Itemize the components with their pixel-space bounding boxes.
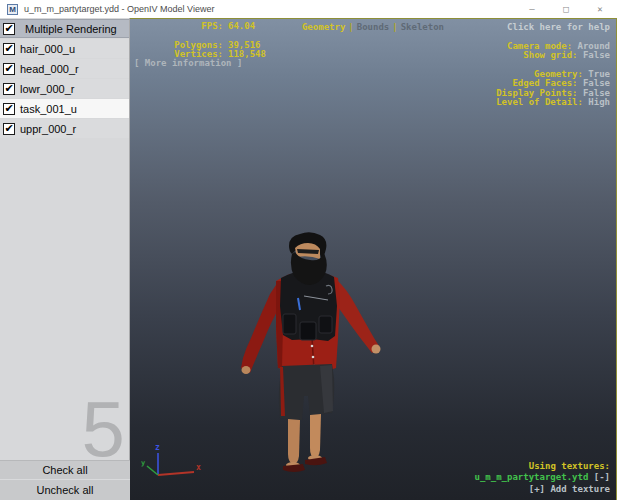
- close-button[interactable]: ✕: [583, 0, 617, 18]
- model-left-hand: [242, 366, 251, 374]
- checkbox-checked-icon[interactable]: ✔: [3, 103, 15, 115]
- display-points-value: False: [583, 88, 610, 98]
- page-number-watermark: 5: [82, 399, 125, 460]
- model-left-leg: [288, 419, 300, 464]
- titlebar: M u_m_m_partytarget.ydd - OpenIV Model V…: [0, 0, 617, 18]
- using-textures-heading: Using textures:: [475, 461, 610, 473]
- show-grid-value: False: [583, 50, 610, 60]
- list-item-label: lowr_000_r: [15, 83, 74, 95]
- app-icon: M: [7, 4, 18, 15]
- axis-gizmo: z x y: [138, 440, 204, 484]
- level-of-detail-label: Level of Detail:: [496, 97, 583, 107]
- minimize-button[interactable]: –: [515, 0, 549, 18]
- checkbox-checked-icon[interactable]: ✔: [3, 63, 15, 75]
- camera-mode-value: Around: [577, 41, 610, 51]
- y-axis-line: [147, 466, 158, 475]
- model-parts-list: ✔ Multiple Rendering ✔ hair_000_u ✔ head…: [0, 18, 129, 138]
- list-item-label: head_000_r: [15, 63, 79, 75]
- x-axis-line: [158, 472, 194, 475]
- model-vest-pouch: [319, 316, 332, 333]
- checkbox-checked-icon[interactable]: ✔: [3, 23, 15, 35]
- z-axis-label: z: [155, 443, 160, 452]
- list-item-task[interactable]: ✔ task_001_u: [0, 99, 129, 118]
- edged-faces-label: Edged Faces:: [512, 78, 577, 88]
- help-link[interactable]: Click here for help: [496, 23, 610, 33]
- list-item-label: task_001_u: [15, 103, 77, 115]
- model-right-leg: [310, 414, 321, 458]
- list-item-head[interactable]: ✔ head_000_r: [0, 59, 129, 78]
- y-axis-label: y: [141, 459, 146, 467]
- model-button: [311, 345, 314, 348]
- textures-panel: Using textures: u_m_m_partytarget.ytd [-…: [475, 461, 610, 496]
- remove-texture-button[interactable]: [-]: [594, 472, 610, 482]
- show-grid-label: Show grid:: [523, 50, 577, 60]
- tab-geometry[interactable]: Geometry: [302, 22, 345, 32]
- model-vest-pouch: [283, 314, 296, 334]
- openiv-model-viewer-window: M u_m_m_partytarget.ydd - OpenIV Model V…: [0, 0, 617, 500]
- model-right-arm: [333, 279, 379, 353]
- tab-separator: |: [389, 22, 400, 32]
- check-all-button[interactable]: Check all: [0, 460, 130, 480]
- window-controls: – □ ✕: [515, 0, 617, 18]
- list-item-label: hair_000_u: [15, 43, 75, 55]
- texture-file-link[interactable]: u_m_m_partytarget.ytd: [475, 472, 589, 482]
- more-information-link[interactable]: [ More information ]: [134, 59, 242, 69]
- model-viewport[interactable]: FPS: 64.04 Polygons: 39,516 Vertices: 11…: [130, 18, 617, 500]
- settings-panel: Click here for help Camera mode: Around …: [496, 23, 610, 108]
- list-item-label: uppr_000_r: [15, 123, 76, 135]
- uncheck-all-button[interactable]: Uncheck all: [0, 480, 130, 500]
- model-parts-sidebar: ✔ Multiple Rendering ✔ hair_000_u ✔ head…: [0, 18, 130, 500]
- list-item-lowr[interactable]: ✔ lowr_000_r: [0, 79, 129, 98]
- maximize-button[interactable]: □: [549, 0, 583, 18]
- list-item-label: Multiple Rendering: [15, 23, 117, 35]
- tab-separator: |: [345, 22, 356, 32]
- model-button: [312, 356, 315, 359]
- checkbox-checked-icon[interactable]: ✔: [3, 43, 15, 55]
- geometry-label: Geometry:: [534, 69, 583, 79]
- edged-faces-value: False: [583, 78, 610, 88]
- model-left-arm: [241, 282, 280, 373]
- geometry-value: True: [588, 69, 610, 79]
- add-texture-button[interactable]: [+] Add texture: [475, 484, 610, 496]
- checkbox-checked-icon[interactable]: ✔: [3, 123, 15, 135]
- level-of-detail-value: High: [588, 97, 610, 107]
- list-item-hair[interactable]: ✔ hair_000_u: [0, 39, 129, 58]
- tab-skeleton[interactable]: Skeleton: [401, 22, 444, 32]
- camera-mode-label: Camera mode:: [507, 41, 572, 51]
- window-title: u_m_m_partytarget.ydd - OpenIV Model Vie…: [24, 4, 515, 14]
- model-vest-pouch: [300, 322, 316, 340]
- checkbox-checked-icon[interactable]: ✔: [3, 83, 15, 95]
- character-model[interactable]: [240, 226, 390, 476]
- list-item-uppr[interactable]: ✔ uppr_000_r: [0, 119, 129, 138]
- display-points-label: Display Points:: [496, 88, 577, 98]
- tab-bounds[interactable]: Bounds: [357, 22, 390, 32]
- x-axis-label: x: [196, 463, 201, 472]
- list-item-multiple-rendering[interactable]: ✔ Multiple Rendering: [0, 19, 129, 38]
- model-right-hand: [372, 345, 381, 354]
